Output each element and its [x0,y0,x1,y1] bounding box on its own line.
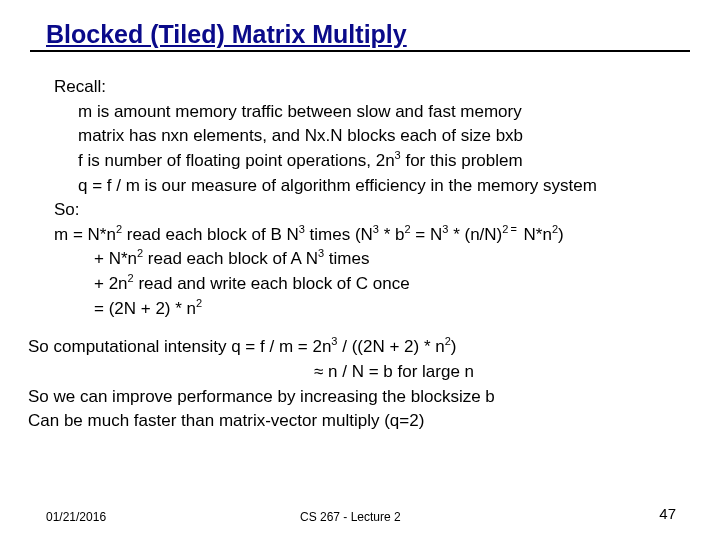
text: + 2n [94,274,128,293]
line-plus-a: + N*n2 read each block of A N3 times [94,247,692,272]
footer-course: CS 267 - Lecture 2 [300,510,401,524]
text: for this problem [401,151,523,170]
text: ≈ n / N = b for large n [314,362,474,381]
conc-line3: So we can improve performance by increas… [28,385,692,410]
text: read each block of A N [143,249,318,268]
sup-2: 2 [502,223,508,235]
text: times (N [305,225,373,244]
text: * b [379,225,405,244]
sup-2: 2 [196,297,202,309]
text: ) [451,337,457,356]
line-plus-c: + 2n2 read and write each block of C onc… [94,272,692,297]
text: So computational intensity q = f / m = 2… [28,337,331,356]
text: = N [411,225,443,244]
text: ) [558,225,564,244]
line-so: So: [54,198,692,223]
line-m-eq: m = N*n2 read each block of B N3 times (… [54,223,692,248]
conclusion-block: So computational intensity q = f / m = 2… [28,335,692,434]
body-block: Recall: m is amount memory traffic betwe… [54,75,692,321]
conc-line4: Can be much faster than matrix-vector mu… [28,409,692,434]
line-m: m is amount memory traffic between slow … [78,100,692,125]
line-q: q = f / m is our measure of algorithm ef… [78,174,692,199]
slide-title: Blocked (Tiled) Matrix Multiply [46,20,692,49]
slide: Blocked (Tiled) Matrix Multiply Recall: … [0,0,720,540]
line-f: f is number of floating point operations… [78,149,692,174]
text: read each block of B N [122,225,299,244]
text: read and write each block of C once [134,274,410,293]
title-rule [30,50,690,52]
text: / ((2N + 2) * n [337,337,444,356]
text: * (n/N) [448,225,502,244]
text: f is number of floating point operations… [78,151,395,170]
text: N*n [519,225,552,244]
text: + N*n [94,249,137,268]
conc-line1: So computational intensity q = f / m = 2… [28,335,692,360]
text: m = N*n [54,225,116,244]
conc-line2: ≈ n / N = b for large n [314,360,692,385]
text: = (2N + 2) * n [94,299,196,318]
footer-date: 01/21/2016 [46,510,106,524]
line-recall: Recall: [54,75,692,100]
sup-eq: = [510,223,516,235]
slide-number: 47 [659,505,676,522]
text: times [324,249,369,268]
line-result: = (2N + 2) * n2 [94,297,692,322]
line-matrix: matrix has nxn elements, and Nx.N blocks… [78,124,692,149]
